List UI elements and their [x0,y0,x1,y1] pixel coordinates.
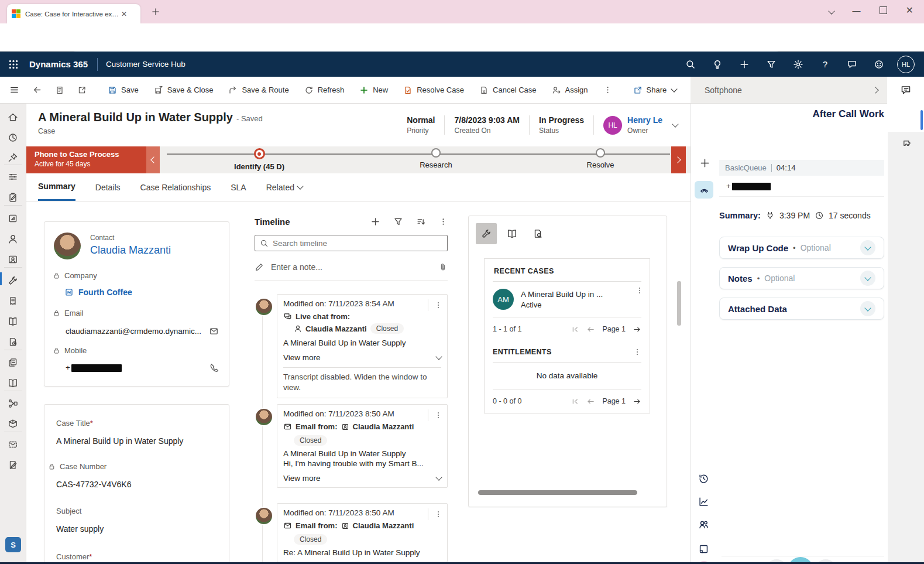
refresh-button[interactable]: Refresh [304,86,345,95]
go-back-icon[interactable] [32,85,42,95]
maximize-icon[interactable] [880,6,887,14]
timeline-item-email-2[interactable]: Modified on: 7/11/2023 8:50 AM Email fro… [255,503,448,562]
next-page-icon[interactable] [633,325,641,334]
activity-contact[interactable]: Claudia Mazzanti [353,422,414,431]
email-templates-icon[interactable] [8,439,18,450]
softphone-header[interactable]: Softphone [691,77,887,104]
case-title-value[interactable]: A Mineral Build Up in Water Supply [56,436,183,446]
activity-contact[interactable]: Claudia Mazzanti [353,521,414,530]
stage-research[interactable]: Research [395,148,477,169]
feedback-chat-icon[interactable] [839,59,865,70]
softphone-new-session-icon[interactable] [699,158,710,169]
products-box-icon[interactable] [8,419,18,429]
next-page-icon[interactable] [633,397,641,406]
popout-icon[interactable] [77,86,87,95]
search-icon[interactable] [677,59,704,70]
home-icon[interactable] [8,112,18,122]
header-expand-chevron-icon[interactable] [672,121,678,127]
expand-chevron-icon[interactable] [860,271,875,286]
owner-link[interactable]: Henry Le [627,115,662,125]
lightbulb-icon[interactable] [704,59,731,70]
expand-chevron-icon[interactable] [860,240,875,255]
company-value-row[interactable]: Fourth Coffee [64,288,132,297]
tab-related[interactable]: Related [266,173,303,201]
attached-data-section[interactable]: Attached Data [719,298,884,320]
item-more-icon[interactable] [428,508,442,520]
entitlements-more-icon[interactable] [633,348,641,356]
site-map-toggle-icon[interactable] [9,85,19,95]
tab-close-icon[interactable]: ✕ [121,10,127,18]
dashboards-icon[interactable] [8,172,18,182]
tab-search-chevron-icon[interactable] [829,6,834,15]
view-more[interactable]: View more [283,474,441,483]
tab-case-relationships[interactable]: Case Relationships [140,173,211,201]
help-icon[interactable]: ? [812,59,839,69]
owner-field[interactable]: HL Henry Le Owner [593,115,672,135]
item-more-icon[interactable] [428,299,442,311]
subject-value[interactable]: Water supply [56,524,104,534]
cases-wrench-icon[interactable] [8,275,18,286]
timeline-sort-icon[interactable] [416,217,426,227]
contact-name-link[interactable]: Claudia Mazzanti [90,244,171,257]
recent-case-row[interactable]: AM A Mineral Build Up in ... Active [485,282,650,317]
app-launcher-waffle-icon[interactable] [8,59,19,70]
process-next-chevron[interactable] [671,146,686,173]
teams-chat-pane-icon[interactable] [887,77,924,104]
accounts-icon[interactable] [8,213,18,224]
wrap-up-code-section[interactable]: Wrap Up Code • Optional [719,237,884,259]
call-phone-icon[interactable] [209,363,219,372]
close-window-icon[interactable]: ✕ [906,5,913,16]
timeline-note-row[interactable]: Enter a note... [255,258,448,276]
recent-clock-icon[interactable] [8,132,18,143]
item-more-icon[interactable] [428,409,442,421]
call-history-icon[interactable] [698,473,709,484]
attach-paperclip-icon[interactable] [438,262,448,272]
smiley-icon[interactable] [865,59,892,70]
row-more-icon[interactable] [636,286,644,295]
dynamics-brand[interactable]: Dynamics 365 [29,59,88,69]
active-call-session-tab[interactable] [695,181,713,199]
stage-resolve[interactable]: Resolve [559,148,641,169]
pinned-icon[interactable] [8,152,18,163]
timeline-item-livechat[interactable]: Modified on: 7/11/2023 8:54 AM Live chat… [255,294,448,398]
prev-page-icon[interactable] [586,325,595,334]
expand-chevron-icon[interactable] [860,301,875,316]
case-resolution-icon[interactable] [8,296,18,306]
softphone-collapse-chevron-icon[interactable] [872,87,878,93]
assign-button[interactable]: Assign [552,86,588,95]
minimize-icon[interactable]: — [853,6,861,15]
more-commands-icon[interactable] [603,86,612,94]
first-page-icon[interactable] [571,325,579,334]
stage-identify[interactable]: Identify (45 D) [218,148,300,171]
process-prev-chevron[interactable] [146,146,160,173]
articles-copy-icon[interactable] [8,357,18,368]
productivity-puzzle-icon[interactable] [901,138,912,149]
resolve-case-button[interactable]: Resolve Case [403,86,464,95]
save-button[interactable]: Save [108,86,139,95]
stage-resolve-marker[interactable] [596,148,605,158]
notes-section[interactable]: Notes • Optional [719,267,884,289]
contacts-icon[interactable] [8,234,18,244]
widget-tab-search-articles-icon[interactable] [527,223,548,244]
new-tab-button[interactable] [151,7,160,16]
main-vertical-scrollbar[interactable] [677,281,681,326]
queue-items-icon[interactable] [8,337,18,347]
notes-card-icon[interactable] [698,544,709,555]
prev-page-icon[interactable] [586,397,595,406]
browser-tab[interactable]: Case: Case for Interactive experie ✕ [7,4,140,23]
activity-contact[interactable]: Claudia Mazzanti [305,324,367,333]
timeline-more-icon[interactable] [439,217,448,226]
social-profiles-icon[interactable] [8,254,18,265]
mobile-value-row[interactable]: + [66,363,219,372]
save-and-close-button[interactable]: Save & Close [154,86,214,95]
user-avatar[interactable]: HL [897,56,915,73]
share-button[interactable]: Share [633,86,677,95]
new-button[interactable]: New [359,86,388,95]
insights-chart-icon[interactable] [698,496,709,507]
email-value-row[interactable]: claudiamazzanti@crmdemo.dynamic... [66,326,219,336]
timeline-item-email-1[interactable]: Modified on: 7/11/2023 8:50 AM Email fro… [255,404,448,488]
contacts-people-icon[interactable] [698,519,709,530]
tab-details[interactable]: Details [95,173,121,201]
tab-sla[interactable]: SLA [231,173,246,201]
activities-icon[interactable] [8,192,18,203]
